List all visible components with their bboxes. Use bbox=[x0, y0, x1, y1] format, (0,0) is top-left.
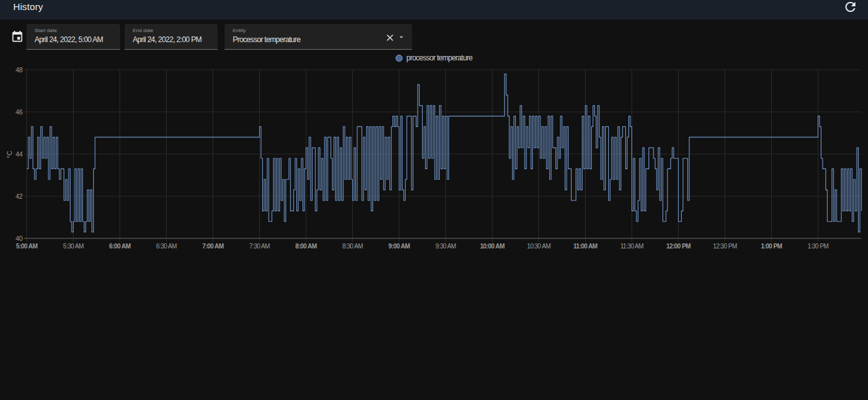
svg-text:10:00 AM: 10:00 AM bbox=[480, 243, 504, 250]
svg-text:9:30 AM: 9:30 AM bbox=[435, 243, 456, 250]
svg-text:12:00 PM: 12:00 PM bbox=[666, 243, 691, 250]
svg-text:5:30 AM: 5:30 AM bbox=[63, 243, 84, 250]
svg-text:1:30 PM: 1:30 PM bbox=[808, 243, 828, 250]
svg-text:5:00 AM: 5:00 AM bbox=[16, 243, 38, 250]
svg-text:12:30 PM: 12:30 PM bbox=[713, 243, 737, 250]
svg-text:8:30 AM: 8:30 AM bbox=[342, 243, 363, 250]
svg-text:11:00 AM: 11:00 AM bbox=[573, 243, 597, 250]
svg-text:10:30 AM: 10:30 AM bbox=[527, 243, 551, 250]
svg-text:1:00 PM: 1:00 PM bbox=[761, 243, 782, 250]
svg-text:9:00 AM: 9:00 AM bbox=[389, 243, 410, 250]
svg-text:7:30 AM: 7:30 AM bbox=[249, 243, 270, 250]
svg-text:48: 48 bbox=[16, 66, 23, 74]
svg-text:44: 44 bbox=[16, 150, 23, 158]
svg-text:8:00 AM: 8:00 AM bbox=[296, 243, 317, 250]
svg-text:6:00 AM: 6:00 AM bbox=[109, 243, 131, 250]
svg-text:°C: °C bbox=[6, 150, 13, 158]
svg-text:40: 40 bbox=[16, 235, 23, 242]
svg-text:7:00 AM: 7:00 AM bbox=[203, 243, 224, 250]
svg-text:6:30 AM: 6:30 AM bbox=[156, 243, 177, 250]
svg-text:46: 46 bbox=[16, 108, 23, 116]
svg-text:42: 42 bbox=[16, 192, 23, 200]
svg-text:11:30 AM: 11:30 AM bbox=[620, 243, 643, 250]
